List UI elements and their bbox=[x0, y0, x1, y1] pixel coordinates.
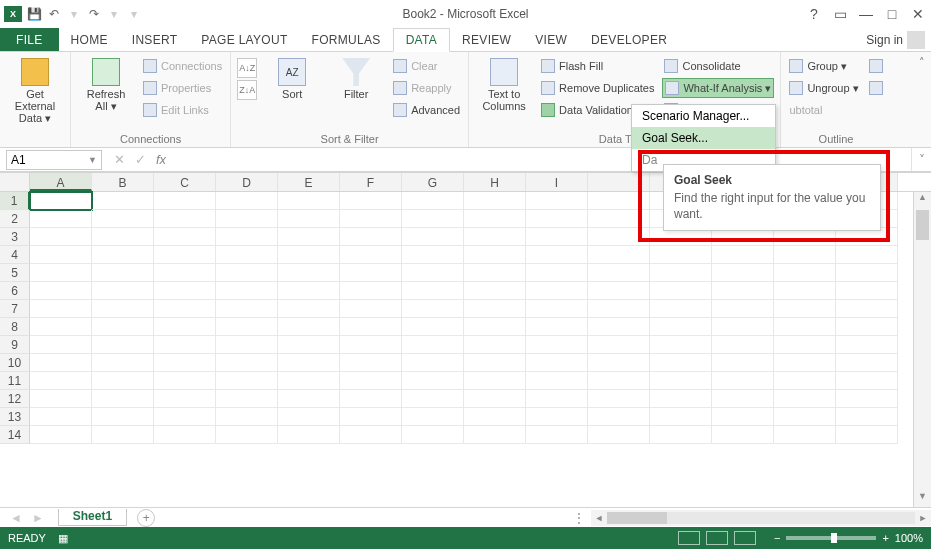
cell[interactable] bbox=[526, 300, 588, 318]
cell[interactable] bbox=[650, 318, 712, 336]
cell[interactable] bbox=[30, 192, 92, 210]
cell[interactable] bbox=[154, 318, 216, 336]
get-external-data-button[interactable]: Get External Data ▾ bbox=[6, 54, 64, 125]
hidedetail-button[interactable] bbox=[867, 78, 885, 98]
cell[interactable] bbox=[216, 354, 278, 372]
avatar-icon[interactable] bbox=[907, 31, 925, 49]
cell[interactable] bbox=[464, 228, 526, 246]
cell[interactable] bbox=[774, 408, 836, 426]
zoom-level[interactable]: 100% bbox=[895, 532, 923, 544]
cell[interactable] bbox=[464, 264, 526, 282]
sheet-split-icon[interactable]: ⋮ bbox=[567, 511, 591, 525]
showdetail-button[interactable] bbox=[867, 56, 885, 76]
edit-links-button[interactable]: Edit Links bbox=[141, 100, 224, 120]
connections-button[interactable]: Connections bbox=[141, 56, 224, 76]
subtotal-button[interactable]: ubtotal bbox=[787, 100, 860, 120]
zoom-in-button[interactable]: + bbox=[882, 532, 888, 544]
cell[interactable] bbox=[712, 246, 774, 264]
column-header[interactable]: G bbox=[402, 173, 464, 191]
cell[interactable] bbox=[154, 372, 216, 390]
cell[interactable] bbox=[836, 336, 898, 354]
cell[interactable] bbox=[712, 336, 774, 354]
cell[interactable] bbox=[588, 282, 650, 300]
cell[interactable] bbox=[340, 408, 402, 426]
cell[interactable] bbox=[402, 282, 464, 300]
cell[interactable] bbox=[340, 390, 402, 408]
menu-goal-seek[interactable]: Goal Seek... bbox=[632, 127, 775, 149]
cell[interactable] bbox=[464, 372, 526, 390]
menu-scenario-manager[interactable]: Scenario Manager... bbox=[632, 105, 775, 127]
cell[interactable] bbox=[154, 246, 216, 264]
cell[interactable] bbox=[30, 282, 92, 300]
cell[interactable] bbox=[154, 390, 216, 408]
row-header[interactable]: 12 bbox=[0, 390, 30, 408]
zoom-out-button[interactable]: − bbox=[774, 532, 780, 544]
sort-az-button[interactable]: A↓Z bbox=[237, 58, 257, 78]
close-icon[interactable]: ✕ bbox=[909, 6, 927, 22]
tab-pagelayout[interactable]: PAGE LAYOUT bbox=[189, 28, 299, 51]
cell[interactable] bbox=[402, 246, 464, 264]
cell[interactable] bbox=[92, 336, 154, 354]
cell[interactable] bbox=[526, 228, 588, 246]
maximize-icon[interactable]: □ bbox=[883, 6, 901, 22]
row-header[interactable]: 14 bbox=[0, 426, 30, 444]
cell[interactable] bbox=[712, 300, 774, 318]
cell[interactable] bbox=[92, 390, 154, 408]
cell[interactable] bbox=[278, 300, 340, 318]
cell[interactable] bbox=[216, 264, 278, 282]
column-header[interactable]: H bbox=[464, 173, 526, 191]
cell[interactable] bbox=[526, 318, 588, 336]
clear-button[interactable]: Clear bbox=[391, 56, 462, 76]
column-header[interactable]: C bbox=[154, 173, 216, 191]
cell[interactable] bbox=[836, 246, 898, 264]
cell[interactable] bbox=[836, 390, 898, 408]
tab-developer[interactable]: DEVELOPER bbox=[579, 28, 679, 51]
hscroll-left-icon[interactable]: ◄ bbox=[591, 513, 607, 523]
cell[interactable] bbox=[92, 264, 154, 282]
cell[interactable] bbox=[650, 354, 712, 372]
cell[interactable] bbox=[712, 426, 774, 444]
cell[interactable] bbox=[92, 318, 154, 336]
column-header[interactable]: E bbox=[278, 173, 340, 191]
cell[interactable] bbox=[402, 210, 464, 228]
cell[interactable] bbox=[650, 408, 712, 426]
cell[interactable] bbox=[278, 264, 340, 282]
cell[interactable] bbox=[526, 408, 588, 426]
cell[interactable] bbox=[588, 264, 650, 282]
cell[interactable] bbox=[92, 300, 154, 318]
cell[interactable] bbox=[526, 354, 588, 372]
cell[interactable] bbox=[650, 336, 712, 354]
what-if-analysis-button[interactable]: What-If Analysis ▾ bbox=[662, 78, 774, 98]
cell[interactable] bbox=[216, 246, 278, 264]
cell[interactable] bbox=[774, 372, 836, 390]
cell[interactable] bbox=[402, 336, 464, 354]
tab-data[interactable]: DATA bbox=[393, 28, 450, 52]
cell[interactable] bbox=[30, 390, 92, 408]
cell[interactable] bbox=[526, 390, 588, 408]
sheet-tab-sheet1[interactable]: Sheet1 bbox=[58, 509, 127, 526]
expand-formula-bar-icon[interactable]: ˅ bbox=[911, 148, 931, 171]
cell[interactable] bbox=[836, 282, 898, 300]
cell[interactable] bbox=[712, 318, 774, 336]
cell[interactable] bbox=[278, 426, 340, 444]
cell[interactable] bbox=[154, 210, 216, 228]
cell[interactable] bbox=[650, 390, 712, 408]
scroll-up-icon[interactable]: ▲ bbox=[914, 192, 931, 208]
cell[interactable] bbox=[340, 246, 402, 264]
advanced-button[interactable]: Advanced bbox=[391, 100, 462, 120]
cell[interactable] bbox=[774, 246, 836, 264]
cell[interactable] bbox=[774, 354, 836, 372]
cell[interactable] bbox=[774, 282, 836, 300]
cell[interactable] bbox=[30, 408, 92, 426]
reapply-button[interactable]: Reapply bbox=[391, 78, 462, 98]
row-header[interactable]: 7 bbox=[0, 300, 30, 318]
tab-formulas[interactable]: FORMULAS bbox=[300, 28, 393, 51]
cell[interactable] bbox=[340, 426, 402, 444]
tab-file[interactable]: FILE bbox=[0, 28, 59, 51]
cell[interactable] bbox=[30, 426, 92, 444]
cell[interactable] bbox=[836, 300, 898, 318]
cell[interactable] bbox=[526, 210, 588, 228]
cell[interactable] bbox=[526, 264, 588, 282]
cell[interactable] bbox=[340, 192, 402, 210]
cell[interactable] bbox=[154, 426, 216, 444]
